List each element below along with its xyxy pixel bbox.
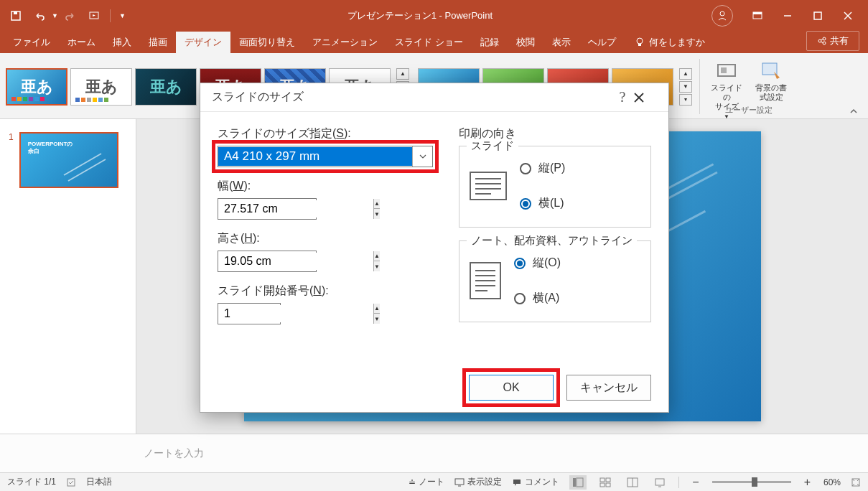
tab-design[interactable]: デザイン bbox=[176, 32, 230, 53]
status-bar: スライド 1/1 日本語 ≐ノート 表示設定 コメント − + 60% bbox=[0, 472, 868, 491]
svg-rect-24 bbox=[577, 478, 583, 487]
tab-record[interactable]: 記録 bbox=[472, 32, 508, 53]
tab-slideshow[interactable]: スライド ショー bbox=[386, 32, 472, 53]
svg-rect-1 bbox=[14, 11, 17, 14]
chevron-down-icon bbox=[412, 146, 432, 167]
share-button[interactable]: 共有 bbox=[806, 31, 859, 51]
variants-down-button[interactable]: ▼ bbox=[679, 81, 692, 93]
start-from-beginning-button[interactable] bbox=[84, 6, 104, 26]
theme-thumb[interactable]: 亜あ bbox=[6, 68, 67, 106]
notes-portrait-radio[interactable]: 縦(O) bbox=[514, 256, 561, 271]
svg-rect-23 bbox=[573, 478, 576, 487]
comment-icon bbox=[512, 478, 522, 487]
normal-view-button[interactable] bbox=[569, 475, 587, 490]
spin-up-button[interactable]: ▲ bbox=[374, 199, 380, 209]
window-title: プレゼンテーション1 - PowerPoint bbox=[129, 9, 711, 22]
gallery-up-button[interactable]: ▲ bbox=[396, 68, 409, 80]
svg-rect-5 bbox=[753, 12, 762, 14]
tab-home[interactable]: ホーム bbox=[59, 32, 104, 53]
minimize-button[interactable] bbox=[773, 4, 802, 27]
ok-button[interactable]: OK bbox=[469, 375, 554, 401]
tab-view[interactable]: 表示 bbox=[543, 32, 579, 53]
slide-orientation-group: スライド 縦(P) 横(L) bbox=[459, 146, 651, 228]
svg-rect-25 bbox=[600, 478, 605, 482]
tab-draw[interactable]: 描画 bbox=[140, 32, 176, 53]
slide-thumbnails-pane[interactable]: 1 POWERPOINTの 余白 bbox=[0, 119, 136, 434]
collapse-ribbon-button[interactable] bbox=[845, 106, 862, 117]
zoom-out-button[interactable]: − bbox=[689, 476, 701, 489]
account-button[interactable] bbox=[711, 5, 733, 27]
height-input[interactable]: ▲▼ bbox=[218, 251, 317, 272]
qat-customize-icon[interactable]: ▼ bbox=[116, 12, 129, 19]
close-button[interactable] bbox=[834, 4, 862, 27]
spin-down-button[interactable]: ▼ bbox=[374, 261, 380, 271]
svg-rect-21 bbox=[455, 479, 464, 485]
start-number-label: スライド開始番号(N): bbox=[218, 284, 433, 299]
dialog-close-button[interactable] bbox=[634, 93, 657, 103]
zoom-level[interactable]: 60% bbox=[823, 477, 841, 487]
notes-button[interactable]: ≐ノート bbox=[409, 476, 444, 488]
spin-down-button[interactable]: ▼ bbox=[374, 209, 380, 219]
slide-sorter-view-button[interactable] bbox=[597, 475, 614, 490]
width-input[interactable]: ▲▼ bbox=[218, 198, 317, 220]
maximize-button[interactable] bbox=[803, 4, 832, 27]
svg-rect-20 bbox=[67, 479, 75, 486]
lightbulb-icon bbox=[635, 37, 645, 47]
start-number-value[interactable] bbox=[218, 305, 373, 322]
tab-file[interactable]: ファイル bbox=[4, 32, 59, 53]
tab-animations[interactable]: アニメーション bbox=[304, 32, 386, 53]
ribbon-display-options-button[interactable] bbox=[743, 4, 772, 27]
tab-help[interactable]: ヘルプ bbox=[579, 32, 625, 53]
display-icon bbox=[454, 478, 465, 487]
notes-placeholder: ノートを入力 bbox=[144, 447, 204, 460]
undo-button[interactable] bbox=[29, 6, 49, 26]
ribbon-group-label: ユーザー設定 bbox=[707, 105, 790, 116]
redo-button[interactable] bbox=[61, 6, 81, 26]
slide-number: 1 bbox=[9, 132, 14, 188]
tell-me-search[interactable]: 何をしますか bbox=[625, 32, 715, 53]
undo-more-icon[interactable]: ▼ bbox=[52, 12, 58, 19]
start-number-input[interactable]: ▲▼ bbox=[218, 303, 281, 324]
svg-rect-18 bbox=[721, 67, 727, 73]
spin-down-button[interactable]: ▼ bbox=[374, 314, 380, 324]
tab-review[interactable]: 校閲 bbox=[508, 32, 543, 53]
variants-more-button[interactable]: ▾ bbox=[679, 94, 692, 106]
cancel-button[interactable]: キャンセル bbox=[566, 375, 651, 401]
share-label: 共有 bbox=[830, 34, 849, 47]
slide-landscape-radio[interactable]: 横(L) bbox=[520, 196, 565, 211]
spin-up-button[interactable]: ▲ bbox=[374, 251, 380, 261]
comments-button[interactable]: コメント bbox=[512, 476, 559, 488]
reading-view-button[interactable] bbox=[624, 475, 641, 490]
notes-orientation-group: ノート、配布資料、アウトライン 縦(O) 横(A) bbox=[459, 240, 651, 322]
zoom-in-button[interactable]: + bbox=[801, 476, 813, 489]
height-value[interactable] bbox=[218, 253, 373, 270]
size-label: スライドのサイズ指定(S): bbox=[218, 126, 433, 141]
notes-pane[interactable]: ノートを入力 bbox=[0, 434, 868, 472]
tab-transitions[interactable]: 画面切り替え bbox=[230, 32, 304, 53]
slide-counter: スライド 1/1 bbox=[7, 476, 56, 488]
zoom-slider[interactable] bbox=[712, 481, 791, 483]
display-settings-button[interactable]: 表示設定 bbox=[454, 476, 502, 488]
slide-portrait-radio[interactable]: 縦(P) bbox=[520, 161, 565, 176]
width-value[interactable] bbox=[218, 200, 373, 218]
slideshow-view-button[interactable] bbox=[651, 475, 668, 490]
dialog-title: スライドのサイズ bbox=[212, 90, 611, 105]
slide-orientation-legend: スライド bbox=[467, 139, 518, 153]
spellcheck-icon[interactable] bbox=[66, 477, 76, 487]
dialog-help-button[interactable]: ? bbox=[611, 89, 634, 106]
height-label: 高さ(H): bbox=[218, 231, 433, 246]
tab-insert[interactable]: 挿入 bbox=[104, 32, 140, 53]
format-background-button[interactable]: 背景の書 式設定 bbox=[752, 59, 790, 102]
save-button[interactable] bbox=[6, 6, 26, 26]
slide-thumbnail[interactable]: 1 POWERPOINTの 余白 bbox=[9, 132, 127, 188]
svg-rect-28 bbox=[606, 483, 610, 487]
slide-size-dropdown[interactable]: A4 210 x 297 mm bbox=[218, 146, 433, 167]
variants-up-button[interactable]: ▲ bbox=[679, 68, 692, 80]
ribbon-tabs: ファイル ホーム 挿入 描画 デザイン 画面切り替え アニメーション スライド … bbox=[0, 32, 868, 53]
fit-to-window-button[interactable] bbox=[851, 477, 861, 487]
language-status[interactable]: 日本語 bbox=[86, 476, 112, 488]
notes-landscape-radio[interactable]: 横(A) bbox=[514, 291, 561, 306]
theme-thumb[interactable]: 亜あ bbox=[135, 68, 197, 106]
theme-thumb[interactable]: 亜あ bbox=[70, 68, 132, 106]
spin-up-button[interactable]: ▲ bbox=[374, 304, 380, 314]
